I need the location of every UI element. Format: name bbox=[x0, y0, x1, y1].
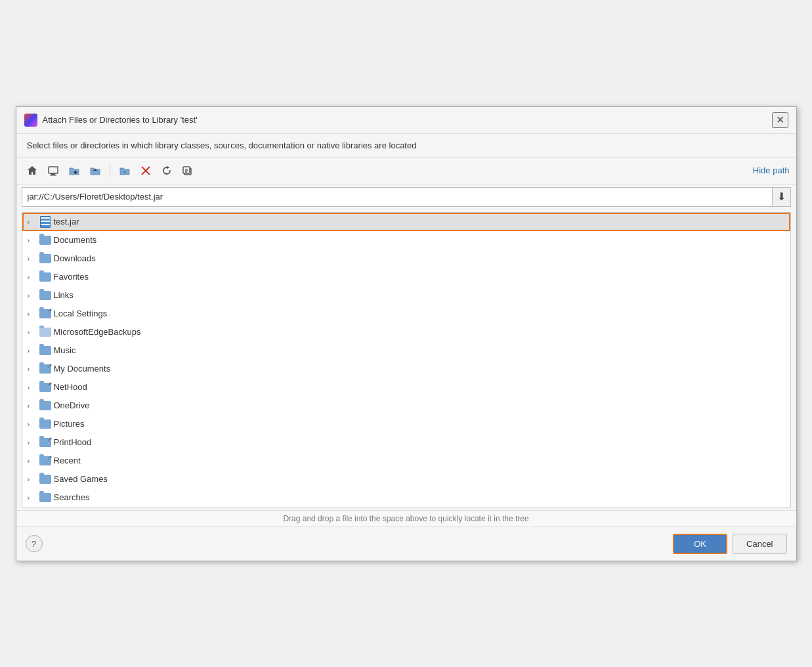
cancel-button[interactable]: Cancel bbox=[733, 534, 786, 554]
chevron-icon: › bbox=[28, 420, 37, 428]
close-button[interactable]: ✕ bbox=[772, 112, 788, 128]
refresh-button[interactable] bbox=[158, 161, 176, 180]
item-label: My Documents bbox=[54, 364, 111, 374]
item-label: Favorites bbox=[54, 272, 89, 282]
item-label: test.jar bbox=[54, 217, 79, 226]
folder-symlink-icon bbox=[39, 437, 51, 448]
chevron-icon: › bbox=[28, 439, 37, 446]
item-label: Local Settings bbox=[54, 309, 108, 318]
item-label: PrintHood bbox=[54, 437, 92, 447]
desktop-button[interactable] bbox=[44, 161, 62, 180]
tree-item[interactable]: ›Recent bbox=[22, 452, 790, 470]
copy-path-button[interactable] bbox=[179, 161, 197, 180]
tree-item[interactable]: ›Favorites bbox=[22, 268, 790, 286]
folder-symlink-icon bbox=[39, 309, 51, 319]
svg-text:≡: ≡ bbox=[123, 170, 125, 175]
copy-path-icon bbox=[182, 165, 193, 176]
tree-item[interactable]: ›test.jar bbox=[22, 213, 790, 231]
folder-light-icon bbox=[39, 327, 51, 337]
home-button[interactable] bbox=[23, 161, 41, 180]
chevron-icon: › bbox=[28, 218, 37, 226]
tree-item[interactable]: ›NetHood bbox=[22, 378, 790, 397]
chevron-icon: › bbox=[28, 328, 37, 336]
svg-rect-0 bbox=[49, 167, 58, 173]
chevron-icon: › bbox=[28, 273, 37, 281]
new-folder-icon bbox=[69, 165, 79, 176]
ok-button[interactable]: OK bbox=[673, 534, 727, 554]
folder-symlink-icon bbox=[39, 364, 51, 374]
bottom-bar: ? OK Cancel bbox=[16, 527, 796, 561]
item-label: MicrosoftEdgeBackups bbox=[54, 327, 141, 337]
tree-item[interactable]: ›Saved Games bbox=[22, 470, 790, 488]
tree-item[interactable]: ›Pictures bbox=[22, 415, 790, 433]
chevron-icon: › bbox=[28, 365, 37, 373]
tree-item[interactable]: ›Downloads bbox=[22, 249, 790, 268]
chevron-icon: › bbox=[28, 236, 37, 244]
delete-button[interactable] bbox=[137, 161, 155, 180]
svg-rect-1 bbox=[51, 173, 55, 175]
tree-item[interactable]: ›Documents bbox=[22, 231, 790, 249]
item-label: OneDrive bbox=[54, 400, 90, 410]
toolbar: ≡ Hide path bbox=[16, 158, 796, 184]
item-label: Recent bbox=[54, 456, 81, 465]
jar-icon bbox=[39, 217, 51, 227]
app-icon bbox=[24, 114, 37, 127]
item-label: Music bbox=[54, 345, 76, 355]
new-folder-button[interactable] bbox=[65, 161, 83, 180]
path-navigate-button[interactable]: ⬇ bbox=[772, 188, 790, 206]
dialog-title: Attach Files or Directories to Library '… bbox=[43, 115, 767, 125]
folder-symlink-icon bbox=[39, 456, 51, 466]
folder-icon bbox=[39, 345, 51, 356]
folder-icon bbox=[39, 272, 51, 282]
folder-icon bbox=[39, 492, 51, 503]
tree-item[interactable]: ›MicrosoftEdgeBackups bbox=[22, 323, 790, 341]
folder-symlink-icon bbox=[39, 382, 51, 393]
folder-icon bbox=[39, 474, 51, 484]
description-text: Select files or directories in which lib… bbox=[16, 134, 796, 158]
tree-item[interactable]: ›My Documents bbox=[22, 360, 790, 378]
folder-icon bbox=[39, 235, 51, 246]
folder-action-button[interactable]: ≡ bbox=[116, 161, 134, 180]
chevron-icon: › bbox=[28, 347, 37, 355]
refresh-icon bbox=[161, 165, 172, 176]
action-buttons: OK Cancel bbox=[673, 534, 786, 554]
tree-item[interactable]: ›OneDrive bbox=[22, 397, 790, 415]
folder-up-icon bbox=[90, 165, 100, 176]
drag-hint: Drag and drop a file into the space abov… bbox=[16, 510, 796, 527]
hide-path-button[interactable]: Hide path bbox=[753, 165, 790, 175]
desktop-icon bbox=[48, 165, 58, 176]
toolbar-sep1 bbox=[110, 163, 110, 178]
delete-icon bbox=[141, 166, 150, 175]
item-label: Pictures bbox=[54, 419, 85, 429]
chevron-icon: › bbox=[28, 255, 37, 263]
file-tree: ›test.jar›Documents›Downloads›Favorites›… bbox=[22, 212, 791, 507]
folder-icon bbox=[39, 419, 51, 429]
folder-up-button[interactable] bbox=[86, 161, 104, 180]
chevron-icon: › bbox=[28, 383, 37, 391]
svg-rect-2 bbox=[50, 175, 56, 176]
tree-item[interactable]: ›Links bbox=[22, 286, 790, 305]
item-label: NetHood bbox=[54, 382, 87, 392]
tree-item[interactable]: ›Music bbox=[22, 341, 790, 360]
item-label: Documents bbox=[54, 235, 97, 245]
item-label: Downloads bbox=[54, 253, 96, 263]
chevron-icon: › bbox=[28, 310, 37, 318]
tree-item[interactable]: ›PrintHood bbox=[22, 433, 790, 452]
chevron-icon: › bbox=[28, 475, 37, 483]
path-input[interactable] bbox=[22, 188, 772, 205]
path-bar: ⬇ bbox=[22, 187, 791, 207]
main-dialog: Attach Files or Directories to Library '… bbox=[16, 106, 797, 561]
chevron-icon: › bbox=[28, 402, 37, 410]
tree-item[interactable]: ›Searches bbox=[22, 488, 790, 507]
folder-icon bbox=[39, 400, 51, 411]
item-label: Searches bbox=[54, 492, 90, 502]
tree-item[interactable]: ›Local Settings bbox=[22, 305, 790, 323]
item-label: Links bbox=[54, 290, 74, 300]
item-label: Saved Games bbox=[54, 474, 108, 484]
chevron-icon: › bbox=[28, 457, 37, 465]
title-bar: Attach Files or Directories to Library '… bbox=[16, 107, 796, 134]
folder-icon bbox=[39, 290, 51, 301]
help-button[interactable]: ? bbox=[26, 535, 43, 552]
folder-icon bbox=[39, 253, 51, 264]
folder-action-icon: ≡ bbox=[119, 165, 130, 176]
